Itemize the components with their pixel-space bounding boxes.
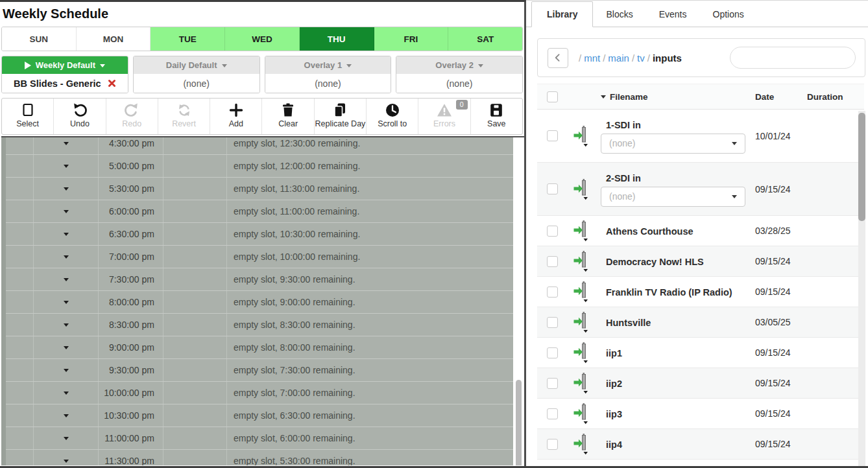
schedule-slot-row[interactable]: 8:30:00 pm empty slot, 8:30:00 remaining…	[1, 314, 513, 336]
library-row[interactable]: Franklin TV Radio (IP Radio) 09/15/24	[537, 277, 864, 307]
day-tab[interactable]: MON	[77, 27, 151, 51]
library-row[interactable]: 1-SDI in (none) 10/01/24	[537, 110, 864, 163]
library-row[interactable]: iip4 09/15/24	[537, 429, 864, 460]
slot-menu-cell[interactable]	[34, 200, 99, 222]
library-tab[interactable]: Events	[646, 2, 700, 27]
slot-menu-cell[interactable]	[34, 291, 99, 313]
toolbar-button[interactable]: Select	[2, 99, 54, 134]
row-checkbox[interactable]	[547, 378, 558, 389]
slot-menu-cell[interactable]	[34, 268, 99, 290]
library-row[interactable]: Huntsville 03/05/25	[537, 307, 864, 338]
schedule-slot-row[interactable]: 5:30:00 pm empty slot, 11:30:00 remainin…	[1, 178, 513, 200]
remove-default-button[interactable]	[108, 79, 116, 88]
schedule-slot-row[interactable]: 7:30:00 pm empty slot, 9:30:00 remaining…	[1, 268, 513, 291]
duration-column-header[interactable]: Duration	[807, 92, 864, 102]
slot-menu-cell[interactable]	[34, 155, 99, 177]
filename-column-header[interactable]: Filename	[596, 92, 749, 102]
schedule-slot-row[interactable]: 10:00:00 pm empty slot, 7:00:00 remainin…	[1, 382, 513, 404]
date-column-header[interactable]: Date	[749, 92, 807, 102]
toolbar-button[interactable]: Replicate Day	[315, 99, 367, 134]
schedule-slot-row[interactable]: 8:00:00 pm empty slot, 9:00:00 remaining…	[1, 291, 513, 314]
library-row[interactable]: iip2 09/15/24	[537, 368, 864, 399]
schedule-slot-row[interactable]: 5:00:00 pm empty slot, 12:00:00 remainin…	[1, 155, 513, 178]
schedule-slot-row[interactable]: 11:30:00 pm empty slot, 5:30:00 remainin…	[1, 450, 513, 465]
row-checkbox[interactable]	[547, 226, 558, 237]
library-scrollbar-track[interactable]	[858, 111, 865, 466]
toolbar-button[interactable]: Revert	[158, 99, 210, 134]
slot-menu-cell[interactable]	[34, 178, 99, 200]
default-header-button[interactable]: Overlay 1	[265, 56, 391, 74]
library-row[interactable]: iip1 09/15/24	[537, 338, 864, 368]
slot-menu-cell[interactable]	[34, 246, 99, 268]
schedule-slot-row[interactable]: 4:30:00 pm empty slot, 12:30:00 remainin…	[1, 136, 513, 155]
library-tab[interactable]: Library	[531, 1, 593, 27]
library-tab[interactable]: Options	[700, 2, 757, 27]
slot-menu-cell[interactable]	[34, 223, 99, 245]
row-checkbox[interactable]	[547, 287, 558, 298]
chevron-down-icon	[64, 414, 69, 417]
back-button[interactable]	[548, 48, 568, 68]
row-checkbox[interactable]	[547, 256, 558, 267]
library-row[interactable]: 2-SDI in (none) 09/15/24	[537, 163, 864, 216]
schedule-slot-row[interactable]: 10:30:00 pm empty slot, 6:30:00 remainin…	[1, 404, 513, 427]
row-checkbox[interactable]	[547, 130, 558, 141]
slot-menu-cell[interactable]	[34, 382, 99, 404]
toolbar-button[interactable]: 0 Errors	[418, 99, 470, 134]
slot-menu-cell[interactable]	[34, 404, 99, 427]
panel-divider[interactable]	[524, 0, 526, 468]
schedule-slot-row[interactable]: 9:30:00 pm empty slot, 7:30:00 remaining…	[1, 359, 513, 382]
breadcrumb-link[interactable]: tv	[637, 53, 645, 64]
default-value-slot[interactable]: (none)	[134, 74, 259, 93]
library-row[interactable]: iip3 09/15/24	[537, 399, 864, 429]
day-tab[interactable]: FRI	[374, 27, 449, 51]
day-tab[interactable]: SUN	[2, 27, 77, 51]
library-tab[interactable]: Blocks	[593, 2, 645, 27]
toolbar-button[interactable]: Undo	[54, 99, 106, 134]
schedule-scrollbar-thumb[interactable]	[516, 380, 522, 465]
toolbar-button[interactable]: Scroll to	[367, 99, 418, 134]
default-value-slot[interactable]: (none)	[265, 74, 391, 93]
row-icon-cell	[567, 250, 596, 272]
row-checkbox[interactable]	[547, 439, 558, 450]
slot-menu-cell[interactable]	[34, 136, 99, 154]
day-tab[interactable]: WED	[225, 27, 300, 51]
search-input[interactable]	[730, 53, 860, 63]
schedule-slot-row[interactable]: 7:00:00 pm empty slot, 10:00:00 remainin…	[1, 246, 513, 268]
row-checkbox[interactable]	[547, 317, 558, 328]
slot-menu-cell[interactable]	[34, 336, 99, 358]
select-all-checkbox[interactable]	[547, 91, 558, 102]
toolbar-button[interactable]: Add	[210, 99, 262, 134]
input-source-dropdown[interactable]: (none)	[601, 187, 745, 207]
slot-menu-cell[interactable]	[34, 359, 99, 381]
library-row[interactable]: Democracy Now! HLS 09/15/24	[537, 246, 864, 277]
day-tab[interactable]: SAT	[448, 27, 522, 51]
default-value-slot[interactable]: (none)	[396, 74, 522, 93]
schedule-slot-row[interactable]: 6:00:00 pm empty slot, 11:00:00 remainin…	[1, 200, 513, 223]
slot-menu-cell[interactable]	[34, 314, 99, 336]
default-header-button[interactable]: Overlay 2	[396, 56, 522, 74]
breadcrumb-link[interactable]: mnt	[584, 53, 600, 64]
default-box: Overlay 1 (none)	[265, 56, 392, 93]
row-checkbox[interactable]	[547, 408, 558, 419]
slot-menu-cell[interactable]	[34, 427, 99, 449]
schedule-slot-row[interactable]: 6:30:00 pm empty slot, 10:30:00 remainin…	[1, 223, 513, 246]
toolbar-button[interactable]: Save	[471, 99, 522, 134]
day-tab[interactable]: TUE	[151, 27, 225, 51]
toolbar-button[interactable]: Clear	[262, 99, 314, 134]
default-header-button[interactable]: Weekly Default	[2, 56, 128, 74]
toolbar-button[interactable]: Redo	[106, 99, 158, 134]
row-checkbox[interactable]	[547, 183, 558, 194]
library-row[interactable]: Athens Courthouse 03/28/25	[537, 216, 864, 246]
default-value-slot[interactable]: BB Slides - Generic	[2, 74, 128, 93]
default-header-button[interactable]: Daily Default	[134, 56, 259, 74]
slot-menu-cell[interactable]	[34, 450, 99, 465]
schedule-slot-row[interactable]: 11:00:00 pm empty slot, 6:00:00 remainin…	[1, 427, 513, 450]
row-checkbox[interactable]	[547, 347, 558, 358]
day-tab[interactable]: THU	[300, 27, 374, 51]
media-date: 09/15/24	[749, 256, 807, 266]
toolbar-icon	[176, 102, 192, 118]
breadcrumb-link[interactable]: main	[608, 53, 629, 64]
library-scrollbar-thumb[interactable]	[858, 113, 865, 221]
schedule-slot-row[interactable]: 9:00:00 pm empty slot, 8:00:00 remaining…	[1, 336, 513, 359]
input-source-dropdown[interactable]: (none)	[601, 134, 745, 154]
